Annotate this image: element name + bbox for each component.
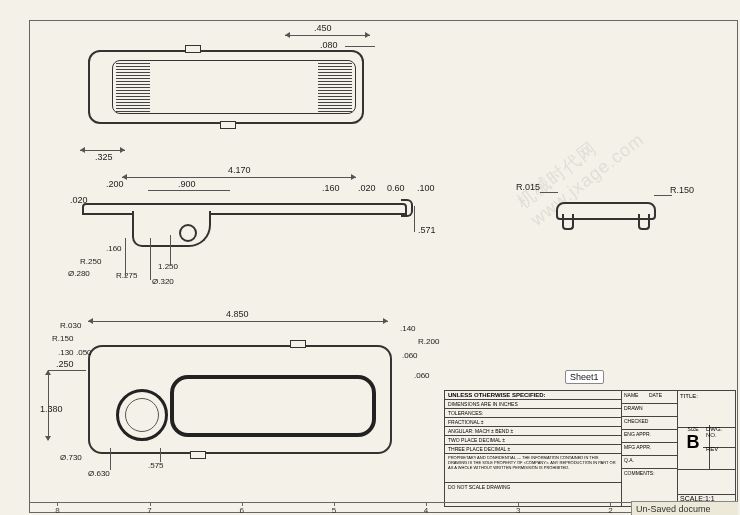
dim-v3-r200: R.200 xyxy=(418,338,439,346)
view-plan xyxy=(88,345,392,454)
view-side xyxy=(82,195,407,250)
co-v2-d320: Ø.320 xyxy=(152,278,174,286)
dim-v1-a: .450 xyxy=(314,24,332,33)
tb-proprietary: PROPRIETARY AND CONFIDENTIAL — THE INFOR… xyxy=(445,454,621,483)
dim-v2-900: .900 xyxy=(178,180,196,189)
co-v3-r030: R.030 xyxy=(60,322,81,330)
dim-v1-b: .080 xyxy=(320,41,338,50)
co-v3-730: Ø.730 xyxy=(60,454,82,462)
status-text: Un-Saved docume xyxy=(636,504,711,514)
co-v3-575: .575 xyxy=(148,462,164,470)
dim-v3-1380: 1.380 xyxy=(40,405,63,414)
dim-v2-020r: .020 xyxy=(358,184,376,193)
dim-v2-020l: .020 xyxy=(70,196,88,205)
view-detail xyxy=(556,196,656,231)
dim-v3-060b: .060 xyxy=(414,372,430,380)
dim-v2-060: 0.60 xyxy=(387,184,405,193)
co-v2-r275: R.275 xyxy=(116,272,137,280)
dim-v3-140: .140 xyxy=(400,325,416,333)
tb-title-label: TITLE: xyxy=(680,393,698,399)
dim-v2-571: .571 xyxy=(418,226,436,235)
co-v2-d280: Ø.280 xyxy=(68,270,90,278)
title-block: UNLESS OTHERWISE SPECIFIED: DIMENSIONS A… xyxy=(444,390,736,507)
dim-v3-ovr: 4.850 xyxy=(226,310,249,319)
sheet-tooltip: Sheet1 xyxy=(565,370,604,384)
tb-header: UNLESS OTHERWISE SPECIFIED: xyxy=(445,391,621,400)
dim-v3-050: .050 xyxy=(76,349,92,357)
tb-dns: DO NOT SCALE DRAWING xyxy=(445,483,621,491)
dim-v1-left: .325 xyxy=(95,153,113,162)
dim-v2-160: .160 xyxy=(322,184,340,193)
status-bar: Un-Saved docume xyxy=(631,501,738,515)
co-v3-r150: R.150 xyxy=(52,335,73,343)
dim-v2-100: .100 xyxy=(417,184,435,193)
co-v2-1250: 1.250 xyxy=(158,263,178,271)
dim-det-l: R.015 xyxy=(516,183,540,192)
co-v3-630: Ø.630 xyxy=(88,470,110,478)
dim-v2-200: .200 xyxy=(106,180,124,189)
drawing-canvas: 机械时代网 www.jxage.com .450 .080 .325 4.170… xyxy=(0,0,740,515)
dim-v2-overall: 4.170 xyxy=(228,166,251,175)
dim-v3-060a: .060 xyxy=(402,352,418,360)
dim-v3-130: .130 xyxy=(58,349,74,357)
view-top xyxy=(88,50,364,124)
dim-v3-250: .250 xyxy=(56,360,74,369)
co-v2-160: .160 xyxy=(106,245,122,253)
dim-det-r: R.150 xyxy=(670,186,694,195)
co-v2-r250: R.250 xyxy=(80,258,101,266)
